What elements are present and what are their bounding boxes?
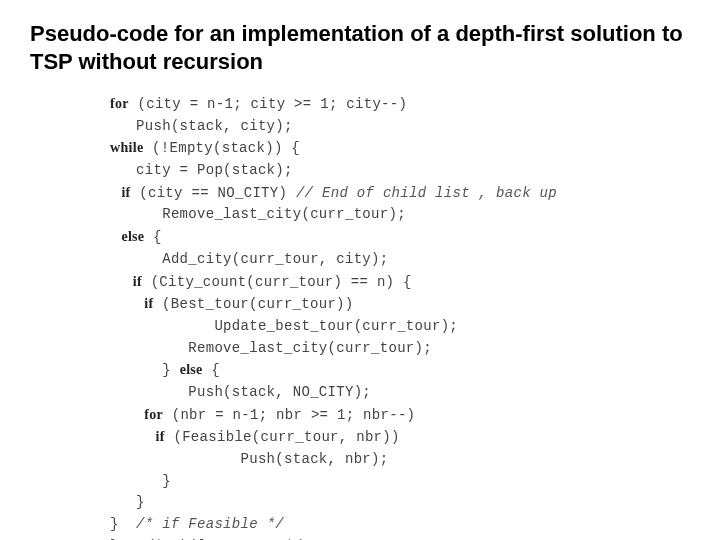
code-text: Remove_last_city(curr_tour); — [110, 340, 432, 356]
slide: Pseudo-code for an implementation of a d… — [0, 0, 720, 540]
code-text: (nbr = n-1; nbr >= 1; nbr--) — [163, 407, 415, 423]
code-text: (city == NO_CITY) — [131, 185, 296, 201]
code-text: Push(stack, nbr); — [110, 451, 388, 467]
code-text: (!Empty(stack)) { — [143, 140, 300, 156]
code-text: city = Pop(stack); — [110, 162, 293, 178]
code-text: (city = n-1; city >= 1; city--) — [129, 96, 407, 112]
slide-title: Pseudo-code for an implementation of a d… — [30, 20, 690, 75]
comment: /* if Feasible */ — [136, 516, 284, 532]
kw-else: else — [180, 362, 203, 377]
code-text: (City_count(curr_tour) == n) { — [142, 274, 412, 290]
kw-while: while — [110, 140, 143, 155]
code-text: (Feasible(curr_tour, nbr)) — [165, 429, 400, 445]
kw-for: for — [110, 407, 163, 422]
comment: // End of child list , back up — [296, 185, 557, 201]
kw-if: if — [110, 274, 142, 289]
code-text: Push(stack, city); — [110, 118, 293, 134]
code-text: Add_city(curr_tour, city); — [110, 251, 388, 267]
code-text: } — [110, 494, 145, 510]
pseudocode-block: for (city = n-1; city >= 1; city--) Push… — [30, 93, 690, 540]
code-text: Update_best_tour(curr_tour); — [110, 318, 458, 334]
code-text: Remove_last_city(curr_tour); — [110, 206, 406, 222]
kw-for: for — [110, 96, 129, 111]
kw-else: else — [110, 229, 144, 244]
code-text: (Best_tour(curr_tour)) — [153, 296, 353, 312]
code-text: { — [203, 362, 220, 378]
code-text: { — [144, 229, 161, 245]
code-text: Push(stack, NO_CITY); — [110, 384, 371, 400]
code-text: } — [110, 362, 180, 378]
kw-if: if — [110, 296, 153, 311]
code-text: } — [110, 473, 171, 489]
kw-if: if — [110, 429, 165, 444]
kw-if: if — [110, 185, 131, 200]
code-text: } — [110, 516, 136, 532]
